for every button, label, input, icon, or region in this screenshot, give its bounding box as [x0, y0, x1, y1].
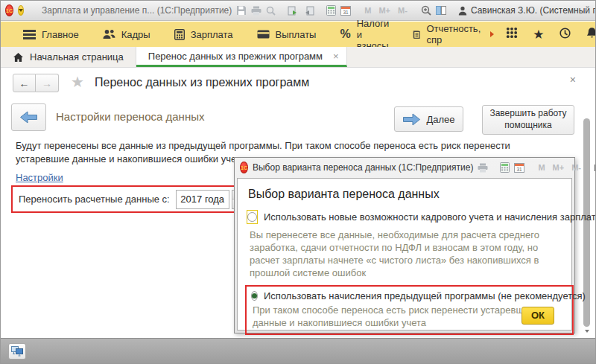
menu-label: Налоги и взносы — [357, 18, 390, 51]
tab-home[interactable]: Начальная страница — [1, 47, 136, 67]
calendar-icon[interactable]: 31 — [340, 4, 351, 17]
user-icon — [458, 6, 467, 16]
option-description: При таком способе переноса есть риск пер… — [253, 304, 554, 329]
history-icon[interactable] — [559, 27, 571, 42]
ok-button[interactable]: ОК — [522, 307, 554, 325]
user-name: Савинская З.Ю. (Системный прог... — [471, 5, 596, 16]
wizard-back-button[interactable] — [11, 103, 46, 131]
menu-label: Выплаты — [276, 29, 317, 40]
save-icon[interactable] — [236, 4, 247, 17]
next-button[interactable]: Далее — [394, 106, 463, 132]
menu-label: Кадры — [121, 29, 150, 40]
connection-button[interactable] — [8, 343, 26, 360]
tab-transfer-data[interactable]: Перенос данных из прежних программ × — [136, 47, 347, 67]
menu-item-vyplaty[interactable]: Выплаты — [245, 22, 329, 47]
zoom-icon[interactable] — [421, 4, 431, 17]
split-view-icon[interactable] — [436, 4, 446, 17]
page-title: Перенос данных из прежних программ — [95, 76, 309, 89]
percent-icon: % — [340, 28, 350, 41]
favorites-star-icon[interactable]: ★ — [533, 28, 544, 41]
tab-label: Перенос данных из прежних программ — [148, 51, 323, 62]
print-preview-icon[interactable] — [478, 161, 488, 174]
option-use-previous[interactable]: Использовать начисления предыдущей прогр… — [251, 290, 568, 301]
svg-text:31: 31 — [517, 167, 523, 172]
memory-recall-button[interactable]: M — [363, 6, 372, 15]
statusbar — [1, 338, 595, 363]
radio-unchecked-icon[interactable] — [247, 212, 257, 222]
menu-item-glavnoe[interactable]: Главное — [11, 22, 91, 47]
memory-subtract-button[interactable]: M- — [570, 163, 583, 172]
forward-button[interactable]: → — [36, 74, 59, 92]
apps-grid-icon[interactable] — [506, 27, 518, 42]
bell-icon[interactable] — [586, 27, 596, 42]
radio-focus-ring — [247, 210, 258, 224]
menu-item-kadry[interactable]: Кадры — [91, 22, 162, 47]
send-document-icon[interactable] — [288, 4, 299, 17]
menu-label: Зарплата — [191, 29, 233, 40]
option-label[interactable]: Использовать начисления предыдущей прогр… — [264, 290, 586, 301]
favorite-star-icon[interactable]: ★ — [71, 74, 84, 89]
app-window: 1С Зарплата и управление п... (1С:Предпр… — [0, 0, 596, 364]
menu-item-otchetnost[interactable]: Отчетность, спр — [401, 22, 506, 47]
settings-link[interactable]: Настройки — [16, 172, 63, 183]
arrow-left-icon — [19, 111, 38, 124]
transfer-year-input[interactable]: 2017 года — [176, 190, 229, 209]
memory-subtract-button[interactable]: M- — [396, 6, 409, 15]
people-icon — [103, 29, 115, 39]
menu-label: Главное — [42, 29, 79, 40]
tabbar: Начальная страница Перенос данных из пре… — [1, 47, 595, 68]
option-description: Вы перенесете все данные, необходимые дл… — [250, 229, 551, 279]
transfer-year-label: Переносить расчетные данные с: — [19, 194, 170, 205]
radio-checked-icon[interactable] — [251, 291, 258, 301]
current-user[interactable]: Савинская З.Ю. (Системный прог... — [458, 5, 596, 16]
back-button[interactable]: ← — [13, 74, 36, 92]
transfer-option-dialog: 1С Выбор варианта переноса данных (1С:Пр… — [234, 157, 575, 333]
app-logo-icon: 1С — [240, 162, 248, 173]
dialog-title: Выбор варианта переноса данных (1С:Предп… — [253, 162, 473, 173]
menu-label: Отчетность, спр — [426, 23, 483, 45]
option-new-features[interactable]: Использовать новые возможности кадрового… — [247, 210, 562, 224]
calculator-icon — [174, 29, 185, 40]
print-icon[interactable] — [251, 4, 261, 17]
arrow-right-icon — [402, 113, 421, 126]
next-label: Далее — [426, 114, 454, 125]
memory-recall-button[interactable]: M — [536, 163, 546, 172]
tab-label: Начальная страница — [30, 51, 124, 63]
titlebar: 1С Зарплата и управление п... (1С:Предпр… — [1, 1, 595, 21]
menu-item-zarplata[interactable]: Зарплата — [162, 22, 245, 47]
chevron-right-icon — [490, 31, 494, 37]
report-icon — [413, 29, 420, 40]
main-menu-chevron-icon[interactable] — [18, 5, 24, 16]
print-preview-icon[interactable] — [266, 4, 276, 17]
monitors-icon — [11, 346, 23, 357]
memory-add-button[interactable]: M+ — [377, 6, 392, 15]
dialog-titlebar: 1С Выбор варианта переноса данных (1С:Пр… — [235, 158, 574, 177]
calculator-icon[interactable] — [326, 4, 336, 17]
dialog-body: Выбор варианта переноса данных Использов… — [237, 178, 572, 331]
tab-close-icon[interactable]: × — [333, 51, 339, 61]
svg-text:31: 31 — [343, 10, 349, 15]
option-label[interactable]: Использовать новые возможности кадрового… — [264, 211, 596, 223]
home-icon — [13, 52, 24, 63]
menu-item-nalogi[interactable]: % Налоги и взносы — [328, 22, 401, 47]
app-logo-icon[interactable]: 1С — [5, 4, 13, 16]
app-title: Зарплата и управление п... (1С:Предприят… — [42, 5, 232, 16]
main-menu-ribbon: Главное Кадры Зарплата Выплаты % Налоги … — [1, 22, 595, 47]
hamburger-icon — [23, 30, 36, 39]
receive-document-icon[interactable] — [303, 4, 314, 17]
memory-add-button[interactable]: M+ — [551, 163, 566, 172]
finish-wizard-button[interactable]: Завершить работу помощника — [482, 105, 574, 135]
form-close-icon[interactable]: × — [570, 74, 576, 86]
calculator-icon[interactable] — [500, 161, 510, 174]
calendar-icon[interactable]: 31 — [514, 161, 524, 174]
wizard-step-title: Настройки переноса данных — [56, 110, 204, 123]
transfer-year-field-highlight: Переносить расчетные данные с: 2017 года — [11, 185, 253, 213]
dialog-heading: Выбор варианта переноса данных — [248, 188, 562, 201]
card-icon — [257, 30, 270, 39]
